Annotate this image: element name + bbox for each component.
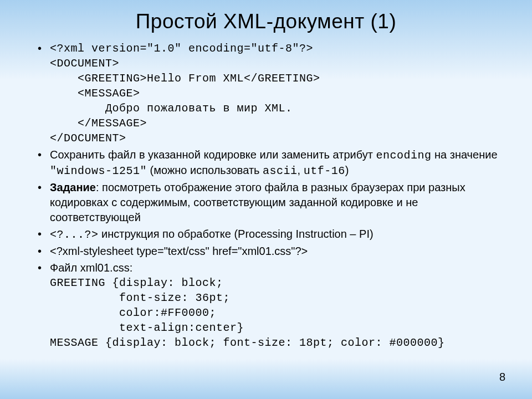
bullet-css-file: Файл xml01.css: GREETING {display: block… bbox=[38, 260, 510, 350]
bullet-xml-code: <?xml version="1.0" encoding="utf-8"?> <… bbox=[38, 41, 510, 146]
text-fragment: , bbox=[298, 164, 304, 176]
text-fragment: (можно использовать bbox=[147, 164, 263, 176]
pi-description: инструкция по обработке (Processing Inst… bbox=[99, 228, 374, 240]
stylesheet-pi-text: <?xml-stylesheet type="text/css" href="x… bbox=[50, 245, 308, 257]
css-file-label: Файл xml01.css: bbox=[50, 262, 132, 274]
text-fragment: Сохранить файл в указанной кодировке или… bbox=[50, 149, 376, 161]
bullet-pi: <?...?> инструкция по обработке (Process… bbox=[38, 227, 510, 242]
bullet-stylesheet-pi: <?xml-stylesheet type="text/css" href="x… bbox=[38, 244, 510, 259]
code-inline-encoding: encoding bbox=[376, 149, 431, 162]
css-code-block: GREETING {display: block; font-size: 36p… bbox=[50, 275, 510, 350]
code-inline-windows1251: "windows-1251" bbox=[50, 165, 147, 177]
code-inline-ascii: ascii bbox=[263, 165, 298, 177]
slide: Простой XML-документ (1) <?xml version="… bbox=[0, 0, 532, 350]
slide-title: Простой XML-документ (1) bbox=[22, 10, 510, 33]
bullet-list: <?xml version="1.0" encoding="utf-8"?> <… bbox=[22, 41, 510, 350]
bullet-task: Задание: посмотреть отображение этого фа… bbox=[38, 180, 510, 225]
text-fragment: ) bbox=[345, 164, 349, 176]
xml-code-block: <?xml version="1.0" encoding="utf-8"?> <… bbox=[50, 41, 510, 146]
code-inline-pi: <?...?> bbox=[50, 228, 99, 241]
text-fragment: на значение bbox=[431, 149, 497, 161]
bullet-encoding-note: Сохранить файл в указанной кодировке или… bbox=[38, 147, 510, 178]
task-text: : посмотреть отображение этого файла в р… bbox=[50, 181, 466, 223]
code-inline-utf16: utf-16 bbox=[304, 165, 345, 177]
task-label: Задание bbox=[50, 181, 96, 193]
page-number: 8 bbox=[499, 371, 505, 383]
